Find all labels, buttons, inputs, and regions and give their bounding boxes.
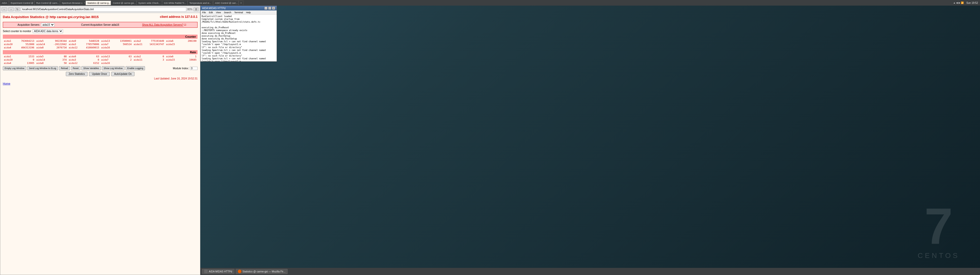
taskbar-firefox[interactable]: Statistics @ carme-gsi — Mozilla Fir... <box>235 269 288 274</box>
menu-search[interactable]: Search <box>222 11 233 14</box>
list-item: aida8 50 <box>35 62 68 65</box>
counter-val-3: 5448328 <box>89 40 99 42</box>
tab-asic-control[interactable]: ASIC Control @ carr... ✕ <box>213 0 239 5</box>
auto-update-button[interactable]: AutoUpdate On <box>111 72 135 76</box>
rate-name-5: aida2 <box>134 55 141 58</box>
show-all-link[interactable]: Show ALL Data Acquisition Servers? <box>142 24 183 26</box>
terminal-menubar: File Edit View Search Terminal Help <box>200 10 277 14</box>
menu-terminal[interactable]: Terminal <box>233 11 245 14</box>
home-link[interactable]: Home <box>3 82 197 85</box>
reload-button[interactable]: Reload <box>59 66 70 70</box>
menu-view[interactable]: View <box>215 11 222 14</box>
rate-val-9: 0 <box>98 58 99 61</box>
menu-button[interactable]: ☰ <box>193 7 199 11</box>
counter-name-2: aida5 <box>36 40 44 42</box>
checkbox-icon[interactable]: ☑ <box>184 24 186 26</box>
list-item: aida16 <box>100 46 132 49</box>
menu-file[interactable]: File <box>200 11 207 14</box>
close-button[interactable]: ✕ <box>272 6 275 9</box>
module-index-input[interactable] <box>190 67 197 70</box>
tab-system-check[interactable]: System wide Check... ✕ <box>137 0 162 5</box>
list-item: aida4 13905 <box>3 62 35 65</box>
rate-val-7: 0 <box>33 58 34 61</box>
counter-name-8: aida14 <box>36 43 45 46</box>
terminal-title: AIDA MIDAS HTTPd <box>202 7 226 9</box>
tab-run-control[interactable]: Run Control @ carm... ✕ <box>35 0 60 5</box>
counter-val-15: 410849015 <box>86 46 99 49</box>
taskbar-bottom: AIDA MIDAS HTTPd Statistics @ carme-gsi … <box>200 268 980 275</box>
url-bar[interactable] <box>21 7 186 12</box>
empty-log-button[interactable]: Empty Log Window <box>3 66 26 70</box>
counter-val-4: 13580061 <box>120 40 132 42</box>
counter-val-14: 2076734 <box>56 46 67 49</box>
browser-tabs: AIDA Experiment Control @ ✕ Run Control … <box>0 0 953 6</box>
rate-name-3: aida9 <box>68 55 76 58</box>
rate-val-2: 88 <box>64 55 67 58</box>
list-item: aida8 2076734 <box>35 46 68 49</box>
counter-name-1: aida1 <box>4 40 11 42</box>
rate-name-16: aida16 <box>101 62 110 65</box>
browser-toolbar: ← → ↻ 80% ☰ <box>0 6 200 13</box>
last-updated: Last Updated: June 16, 2024 19:52:31 <box>3 77 197 80</box>
tab-spectrum-browser[interactable]: Spectrum Browser x ✕ <box>60 0 86 5</box>
counter-section-header: Counter <box>3 35 197 39</box>
reload-button[interactable]: ↻ <box>15 7 20 11</box>
tab-control-label: Control @ carme-gsi... <box>113 2 136 4</box>
back-button[interactable]: ← <box>2 7 7 11</box>
update-once-button[interactable]: Update Once <box>89 72 110 76</box>
system-tray: ▲ ◀ ▶ 📶 <box>953 2 964 4</box>
tab-new[interactable]: + <box>239 0 243 5</box>
send-log-button[interactable]: Send Log Window to ELog <box>27 66 58 70</box>
list-item: aida9 63 <box>68 55 100 58</box>
minimize-button[interactable]: – <box>264 6 267 9</box>
action-buttons: Zero Statistics Update Once AutoUpdate O… <box>3 72 197 76</box>
maximize-button[interactable]: □ <box>268 6 271 9</box>
counter-select[interactable]: AIDA ADC data items <box>33 29 63 33</box>
counter-name-15: aida12 <box>68 46 77 49</box>
reset-button[interactable]: Reset <box>71 66 81 70</box>
counter-name-5: aida2 <box>134 40 141 42</box>
tab-system-check-label: System wide Check... <box>138 2 161 4</box>
taskbar-aida-midas[interactable]: AIDA MIDAS HTTPd <box>202 269 234 274</box>
tab-spectrum-close[interactable]: ✕ <box>84 2 86 4</box>
menu-edit[interactable]: Edit <box>207 11 215 14</box>
tab-white-rabbit[interactable]: GSI White Rabbit Tr... ✕ <box>162 0 188 5</box>
list-item: aida16 <box>100 62 132 65</box>
list-item: aida2 775193449 <box>133 39 165 43</box>
tab-temperature[interactable]: Temperature and st... ✕ <box>188 0 213 5</box>
firefox-icon <box>238 270 242 273</box>
acq-server-select[interactable]: aida15 <box>41 23 55 27</box>
show-vars-button[interactable]: Show Variables <box>81 66 101 70</box>
list-item: aida1 763604213 <box>3 39 35 43</box>
tab-experiment-control[interactable]: Experiment Control @ ✕ <box>9 0 35 5</box>
counter-val-13: 404313196 <box>21 46 34 49</box>
module-index-label: Module Index: <box>173 67 189 70</box>
rate-name-6: aida6 <box>166 55 173 58</box>
tab-aida[interactable]: AIDA <box>0 0 9 5</box>
rate-name-8: aida14 <box>36 58 45 61</box>
terminal-icon <box>204 270 208 273</box>
tab-experiment-label: Experiment Control @ <box>11 2 33 4</box>
menu-help[interactable]: Help <box>245 11 252 14</box>
list-item: aida3 770579006 <box>68 43 100 46</box>
counter-name-7: aida10 <box>4 43 13 46</box>
counter-name-10: aida7 <box>101 43 108 46</box>
select-counter-bar: Select counter to monitor AIDA ADC data … <box>3 29 197 33</box>
tab-white-rabbit-label: GSI White Rabbit Tr... <box>164 2 186 4</box>
tab-control[interactable]: Control @ carme-gsi... ✕ <box>111 0 137 5</box>
counter-val-2: 90228344 <box>55 40 67 42</box>
list-item: aida9 5448328 <box>68 39 100 43</box>
show-log-button[interactable]: Show Log Window <box>102 66 124 70</box>
zero-stats-button[interactable]: Zero Statistics <box>66 72 88 76</box>
module-index-control: Module Index: <box>173 67 197 70</box>
centos-number: 7 <box>918 201 959 251</box>
forward-button[interactable]: → <box>8 7 14 11</box>
list-item: aida15 19685 <box>165 58 197 62</box>
acq-servers-label: Acquisition Servers <box>18 24 40 26</box>
tab-statistics[interactable]: Statistics @ carme-g... ✕ <box>86 0 111 5</box>
rate-name-11: aida11 <box>134 58 142 61</box>
enable-logging-button[interactable]: Enable Logging <box>126 66 145 70</box>
buttons-bar: Empty Log Window Send Log Window to ELog… <box>3 66 197 70</box>
list-item: aida10 0 <box>3 58 35 62</box>
rate-name-2: aida5 <box>36 55 44 58</box>
